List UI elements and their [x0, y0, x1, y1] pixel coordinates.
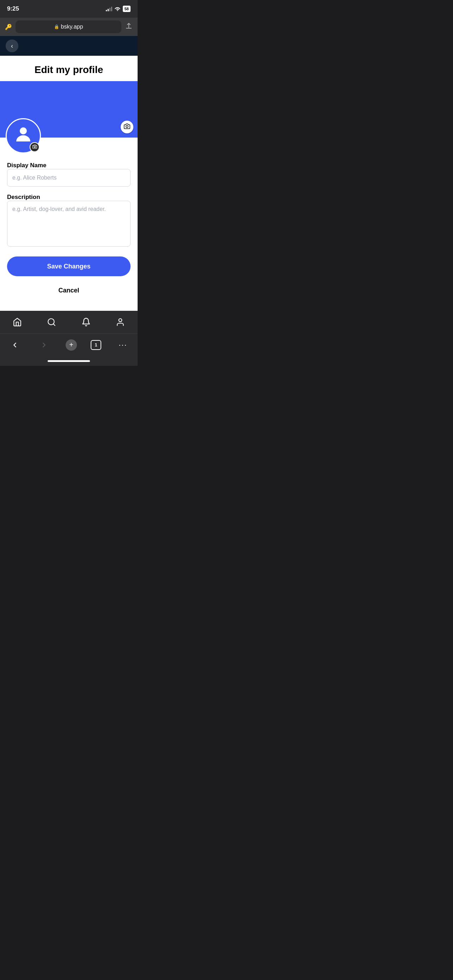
status-time: 9:25	[7, 5, 19, 12]
browser-url-bar[interactable]: 🔒 bsky.app	[16, 21, 121, 33]
battery-icon: 58	[123, 6, 130, 12]
app-nav-bar: ‹	[0, 36, 138, 56]
status-icons: 58	[106, 6, 130, 12]
tabs-count: 1	[95, 342, 97, 347]
form-section: Display Name Description Save Changes Ca…	[0, 156, 138, 311]
browser-forward-button[interactable]	[37, 337, 52, 353]
browser-new-tab-button[interactable]: +	[66, 339, 77, 351]
plus-icon: +	[69, 341, 73, 349]
nav-search-button[interactable]	[44, 314, 59, 330]
avatar-camera-button[interactable]	[30, 142, 40, 152]
back-button[interactable]: ‹	[6, 40, 18, 52]
svg-point-5	[119, 318, 122, 322]
banner-camera-icon	[124, 123, 130, 131]
page-title: Edit my profile	[7, 64, 130, 75]
more-icon: ···	[119, 340, 127, 350]
svg-line-4	[53, 324, 55, 326]
display-name-input[interactable]	[7, 169, 130, 187]
page-title-section: Edit my profile	[0, 56, 138, 81]
nav-notifications-button[interactable]	[78, 314, 94, 330]
browser-more-button[interactable]: ···	[115, 337, 130, 353]
avatar-section	[0, 138, 138, 156]
main-content: Edit my profile	[0, 56, 138, 311]
description-input[interactable]	[7, 201, 130, 247]
svg-point-1	[20, 127, 27, 134]
avatar-wrapper	[6, 118, 41, 153]
browser-bar: 🔑 🔒 bsky.app	[0, 18, 138, 36]
banner-camera-button[interactable]	[121, 121, 134, 134]
home-indicator	[0, 356, 138, 366]
browser-back-button[interactable]	[7, 337, 22, 353]
signal-bars-icon	[106, 6, 112, 11]
bottom-app-nav	[0, 311, 138, 333]
back-arrow-icon: ‹	[11, 43, 13, 49]
description-label: Description	[7, 194, 40, 200]
cancel-button[interactable]: Cancel	[7, 282, 130, 299]
save-changes-button[interactable]: Save Changes	[7, 256, 130, 276]
key-icon: 🔑	[5, 24, 12, 30]
wifi-icon	[114, 6, 121, 12]
avatar-camera-icon	[32, 144, 37, 150]
browser-tabs-button[interactable]: 1	[91, 340, 101, 350]
browser-bottom-bar: + 1 ···	[0, 333, 138, 356]
nav-home-button[interactable]	[10, 314, 25, 330]
svg-point-0	[126, 126, 128, 128]
status-bar: 9:25 58	[0, 0, 138, 18]
nav-profile-button[interactable]	[113, 314, 128, 330]
lock-icon: 🔒	[54, 24, 59, 29]
browser-url-text: bsky.app	[61, 24, 83, 30]
home-bar	[48, 360, 90, 362]
share-icon[interactable]	[125, 22, 133, 32]
svg-point-2	[34, 146, 35, 148]
display-name-label: Display Name	[7, 162, 46, 169]
